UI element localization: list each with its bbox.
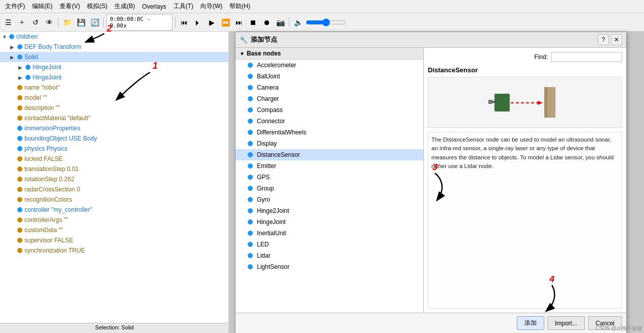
tree-item[interactable]: ▼children bbox=[0, 32, 228, 42]
toolbar-refresh-btn[interactable]: ↺ bbox=[30, 16, 42, 29]
toolbar-step-btn[interactable]: ⏵ bbox=[192, 16, 204, 29]
right-area: 🔧 添加节点 ? ✕ ▼ Base nodes Accelerome bbox=[229, 32, 644, 333]
tree-item[interactable]: physics Physics bbox=[0, 144, 228, 154]
dialog-title-icon: 🔧 bbox=[240, 36, 248, 44]
menu-view[interactable]: 查看(V) bbox=[56, 1, 83, 12]
node-list-item[interactable]: Hinge2Joint bbox=[236, 205, 423, 216]
tree-item[interactable]: contactMaterial "default" bbox=[0, 113, 228, 123]
tree-item[interactable]: controllerArgs "" bbox=[0, 215, 228, 225]
tree-item[interactable]: customData "" bbox=[0, 225, 228, 235]
node-list-item[interactable]: GPS bbox=[236, 172, 423, 183]
node-label: Hinge2Joint bbox=[257, 207, 289, 214]
toolbar-faster-btn[interactable]: ⏭ bbox=[233, 16, 245, 29]
toolbar-fast-btn[interactable]: ⏩ bbox=[219, 16, 231, 29]
toolbar-rewind-btn[interactable]: ⏮ bbox=[178, 16, 190, 29]
tree-arrow[interactable]: ▶ bbox=[10, 44, 17, 50]
toolbar-stop-btn[interactable]: ⏹ bbox=[247, 16, 259, 29]
toolbar-eye-btn[interactable]: 👁 bbox=[43, 16, 55, 29]
node-list-item[interactable]: Group bbox=[236, 183, 423, 194]
toolbar: Simulation View ☰ ＋ ↺ 👁 📁 💾 🔄 0:00:00:0C… bbox=[0, 13, 644, 32]
node-list-item[interactable]: DistanceSensor bbox=[236, 149, 423, 160]
menu-file[interactable]: 文件(F) bbox=[2, 1, 28, 12]
menu-overlays[interactable]: Overlays bbox=[139, 2, 169, 11]
menu-edit[interactable]: 编辑(E) bbox=[29, 1, 55, 12]
tree-item[interactable]: description "" bbox=[0, 103, 228, 113]
toolbar-folder-btn[interactable]: 📁 bbox=[61, 16, 73, 29]
import-button[interactable]: Import... bbox=[547, 316, 585, 330]
node-label: Connector bbox=[257, 118, 285, 125]
dialog-close-button[interactable]: ✕ bbox=[611, 34, 622, 45]
tree-item[interactable]: boundingObject USE Body bbox=[0, 133, 228, 144]
toolbar-add-btn[interactable]: ＋ bbox=[16, 16, 28, 29]
node-list-item[interactable]: Camera bbox=[236, 82, 423, 93]
node-list-item[interactable]: BallJoint bbox=[236, 71, 423, 82]
tree-item[interactable]: immersionProperties bbox=[0, 123, 228, 133]
node-list-item[interactable]: Compass bbox=[236, 104, 423, 116]
tree-item[interactable]: name "robot" bbox=[0, 82, 228, 93]
toolbar-play-btn[interactable]: ▶ bbox=[206, 16, 218, 29]
node-list-item[interactable]: LightSensor bbox=[236, 261, 423, 272]
find-input[interactable] bbox=[551, 52, 622, 62]
tree-item[interactable]: ▶Solid bbox=[0, 52, 228, 62]
tree-arrow[interactable]: ▶ bbox=[18, 75, 25, 80]
tree-item[interactable]: ▶HingeJoint bbox=[0, 72, 228, 82]
node-list-item[interactable]: Display bbox=[236, 138, 423, 149]
tree-item[interactable]: recognitionColors bbox=[0, 195, 228, 205]
tree-item[interactable]: ▶HingeJoint bbox=[0, 62, 228, 72]
sep1 bbox=[58, 17, 58, 27]
tree-arrow[interactable]: ▶ bbox=[18, 65, 25, 70]
tree-item[interactable]: radarCrossSection 0 bbox=[0, 184, 228, 195]
tree-item[interactable]: supervisor FALSE bbox=[0, 235, 228, 245]
node-list-header-text: Base nodes bbox=[247, 50, 281, 57]
toolbar-volume-btn[interactable]: 🔈 bbox=[292, 16, 304, 29]
node-list-item[interactable]: Accelerometer bbox=[236, 60, 423, 71]
node-dot bbox=[248, 163, 253, 169]
tree-item-label: physics Physics bbox=[24, 145, 68, 152]
tree-item[interactable]: ▶DEF Body Transform bbox=[0, 42, 228, 52]
dialog-help-button[interactable]: ? bbox=[598, 34, 609, 45]
tree-item[interactable]: synchronization TRUE bbox=[0, 245, 228, 256]
menu-wizard[interactable]: 向导(W) bbox=[197, 1, 225, 12]
watermark: CSDN @小推不采微 bbox=[596, 325, 642, 332]
tree-item[interactable]: rotationStep 0.262 bbox=[0, 174, 228, 184]
node-list-panel: ▼ Base nodes AccelerometerBallJointCamer… bbox=[236, 48, 424, 313]
node-list-expand-arrow[interactable]: ▼ bbox=[240, 51, 245, 57]
menu-simulate[interactable]: 模拟(S) bbox=[84, 1, 110, 12]
node-list-item[interactable]: Emitter bbox=[236, 160, 423, 172]
tree-arrow[interactable]: ▼ bbox=[2, 34, 9, 40]
node-dot bbox=[248, 152, 253, 157]
tree-item[interactable]: translationStep 0.01 bbox=[0, 164, 228, 174]
node-list-item[interactable]: Connector bbox=[236, 116, 423, 127]
node-list-item[interactable]: InertialUnit bbox=[236, 228, 423, 239]
volume-slider[interactable] bbox=[306, 18, 346, 26]
toolbar-reload-btn[interactable]: 🔄 bbox=[89, 16, 101, 29]
menu-help[interactable]: 帮助(H) bbox=[226, 1, 253, 12]
toolbar-screenshot-btn[interactable]: 📷 bbox=[274, 16, 286, 29]
toolbar-save-btn[interactable]: 💾 bbox=[75, 16, 87, 29]
node-list-item[interactable]: HingeJoint bbox=[236, 216, 423, 228]
menu-build[interactable]: 生成(B) bbox=[111, 1, 138, 12]
toolbar-rec-btn[interactable]: ⏺ bbox=[260, 16, 273, 29]
tree-item[interactable]: model "" bbox=[0, 93, 228, 103]
node-dot bbox=[248, 208, 253, 213]
node-list-item[interactable]: LED bbox=[236, 239, 423, 250]
node-preview-svg bbox=[484, 79, 566, 125]
node-list-item[interactable]: DifferentialWheels bbox=[236, 127, 423, 138]
tree-item[interactable]: locked FALSE bbox=[0, 154, 228, 164]
node-label: Lidar bbox=[257, 252, 271, 259]
node-dot bbox=[248, 74, 253, 79]
tree-item-label: HingeJoint bbox=[33, 74, 62, 81]
tree-dot bbox=[17, 136, 22, 141]
menu-tools[interactable]: 工具(T) bbox=[170, 1, 196, 12]
node-list-item[interactable]: Lidar bbox=[236, 250, 423, 261]
tree-item[interactable]: controller "my_controller" bbox=[0, 205, 228, 215]
dialog-controls: ? ✕ bbox=[598, 34, 622, 45]
node-list-item[interactable]: Gyro bbox=[236, 194, 423, 205]
toolbar-scene-tree-btn[interactable]: ☰ bbox=[2, 16, 14, 29]
node-label: Camera bbox=[257, 84, 279, 91]
node-label: LED bbox=[257, 241, 269, 248]
tree-dot bbox=[17, 146, 22, 151]
tree-arrow[interactable]: ▶ bbox=[10, 54, 17, 60]
add-button[interactable]: 添加 bbox=[517, 316, 544, 330]
node-list-item[interactable]: Charger bbox=[236, 93, 423, 104]
